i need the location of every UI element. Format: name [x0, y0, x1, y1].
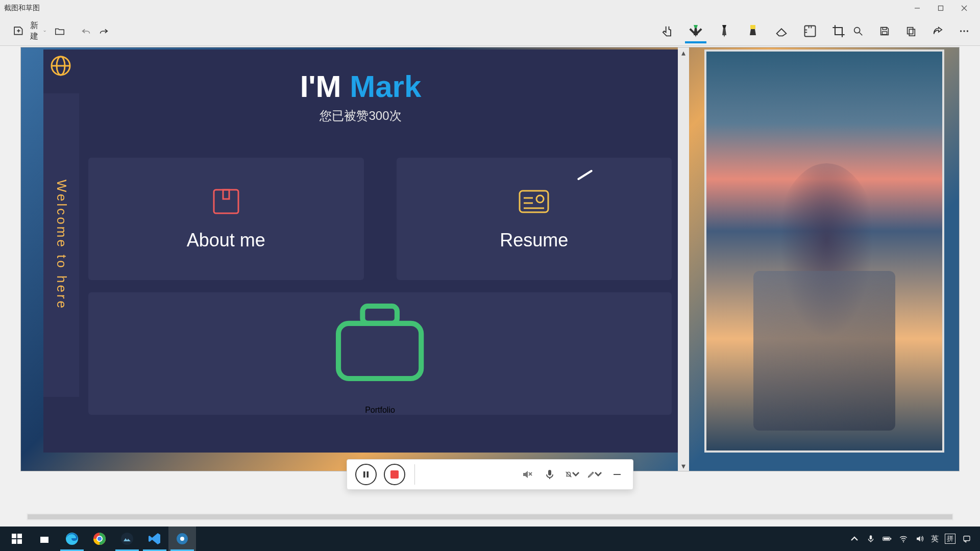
svg-rect-35 — [17, 534, 22, 538]
svg-point-14 — [967, 30, 968, 32]
volume-icon — [915, 534, 924, 543]
vertical-scrollbar[interactable]: ▴▾ — [678, 47, 689, 471]
microphone-icon — [544, 468, 556, 481]
tray-mic[interactable] — [866, 534, 876, 544]
notifications-off-button[interactable] — [565, 467, 580, 482]
taskbar-vscode[interactable] — [141, 527, 168, 551]
recording-minimize-button[interactable] — [609, 467, 625, 482]
wifi-icon — [899, 534, 908, 543]
copy-icon — [905, 26, 917, 37]
chevron-down-icon — [572, 468, 580, 481]
tray-wifi[interactable] — [898, 534, 909, 544]
window-maximize-button[interactable] — [929, 0, 952, 16]
redo-icon — [98, 26, 109, 37]
svg-rect-5 — [805, 26, 816, 36]
svg-rect-8 — [883, 27, 886, 30]
recording-pause-button[interactable] — [355, 464, 377, 485]
tray-battery[interactable] — [882, 534, 892, 544]
ball-pen-icon — [717, 24, 731, 38]
tray-overflow-button[interactable] — [849, 534, 860, 544]
start-menu-button[interactable] — [3, 527, 31, 551]
hero-title: I'M Mark — [43, 69, 678, 104]
card-portfolio-label: Portfolio — [365, 406, 395, 415]
taskbar-store[interactable] — [31, 527, 58, 551]
new-snip-icon — [12, 24, 25, 37]
draw-pen-button[interactable] — [587, 467, 602, 482]
svg-rect-49 — [890, 538, 891, 540]
speaker-muted-button[interactable] — [520, 467, 535, 482]
tray-volume[interactable] — [915, 534, 925, 544]
stop-icon — [390, 470, 399, 479]
card-resume-label: Resume — [500, 230, 568, 251]
highlighter-button[interactable] — [742, 19, 764, 43]
taskbar-recorder[interactable] — [168, 527, 196, 551]
zoom-button[interactable] — [849, 20, 867, 42]
microphone-button[interactable] — [542, 467, 557, 482]
speaker-muted-icon — [521, 468, 533, 481]
recording-floating-bar[interactable] — [347, 459, 633, 490]
share-button[interactable] — [929, 20, 946, 42]
screenshot-canvas[interactable]: I'M Mark 您已被赞300次 Welcome to here About … — [20, 47, 960, 471]
eraser-button[interactable] — [771, 19, 792, 43]
card-portfolio[interactable]: Portfolio — [88, 292, 672, 415]
window-titlebar: 截图和草图 — [0, 0, 980, 16]
book-icon — [210, 187, 242, 216]
taskbar-chrome[interactable] — [86, 527, 113, 551]
zoom-icon — [852, 26, 864, 37]
card-about[interactable]: About me — [88, 158, 364, 280]
briefcase-icon — [325, 292, 435, 392]
chevron-down-icon — [43, 28, 46, 35]
redo-button[interactable] — [95, 20, 112, 42]
felt-pen-button[interactable] — [685, 19, 706, 43]
tray-ime-lang[interactable]: 英 — [931, 534, 939, 544]
chevron-down-icon — [689, 26, 703, 40]
ruler-button[interactable] — [799, 19, 821, 43]
svg-point-51 — [903, 541, 904, 542]
copy-button[interactable] — [902, 20, 920, 42]
recording-stop-button[interactable] — [384, 464, 405, 485]
svg-point-21 — [536, 195, 544, 203]
tray-notifications[interactable] — [962, 534, 972, 544]
save-button[interactable] — [876, 20, 893, 42]
ball-pen-button[interactable] — [714, 19, 735, 43]
open-button[interactable] — [51, 20, 68, 42]
crop-icon — [831, 24, 846, 38]
taskbar-edge[interactable] — [58, 527, 86, 551]
windows-taskbar: 英 拼 — [0, 527, 980, 551]
annotation-tools — [656, 19, 849, 43]
svg-rect-25 — [338, 323, 421, 379]
vscode-icon — [148, 532, 161, 545]
card-resume[interactable]: Resume — [397, 158, 672, 280]
webpage-panel-left: I'M Mark 您已被赞300次 Welcome to here About … — [43, 49, 678, 453]
svg-line-7 — [860, 32, 863, 35]
window-minimize-button[interactable] — [905, 0, 929, 16]
window-close-button[interactable] — [952, 0, 976, 16]
save-icon — [879, 26, 890, 37]
system-tray: 英 拼 — [844, 534, 977, 544]
chevron-down-icon — [594, 468, 602, 481]
new-snip-label: 新建 — [30, 20, 38, 42]
svg-point-6 — [854, 27, 860, 33]
touch-writing-button[interactable] — [656, 19, 678, 43]
svg-rect-31 — [548, 470, 551, 475]
crop-button[interactable] — [828, 19, 849, 43]
undo-button[interactable] — [78, 20, 95, 42]
separator — [414, 464, 415, 485]
edge-icon — [65, 532, 79, 545]
pause-icon — [362, 470, 370, 479]
photos-icon — [120, 532, 134, 545]
new-snip-button[interactable]: 新建 — [7, 20, 51, 42]
more-button[interactable] — [955, 20, 973, 42]
svg-rect-50 — [884, 538, 889, 540]
recorder-icon — [176, 532, 189, 545]
card-about-label: About me — [187, 230, 265, 251]
welcome-strip: Welcome to here — [43, 93, 79, 397]
taskbar-photos[interactable] — [113, 527, 141, 551]
svg-rect-37 — [17, 539, 22, 544]
tray-ime-mode[interactable]: 拼 — [945, 534, 955, 544]
windows-icon — [11, 533, 22, 544]
horizontal-scrollbar[interactable] — [27, 513, 953, 520]
svg-rect-11 — [909, 29, 915, 36]
battery-icon — [883, 534, 892, 543]
svg-rect-28 — [367, 471, 369, 478]
